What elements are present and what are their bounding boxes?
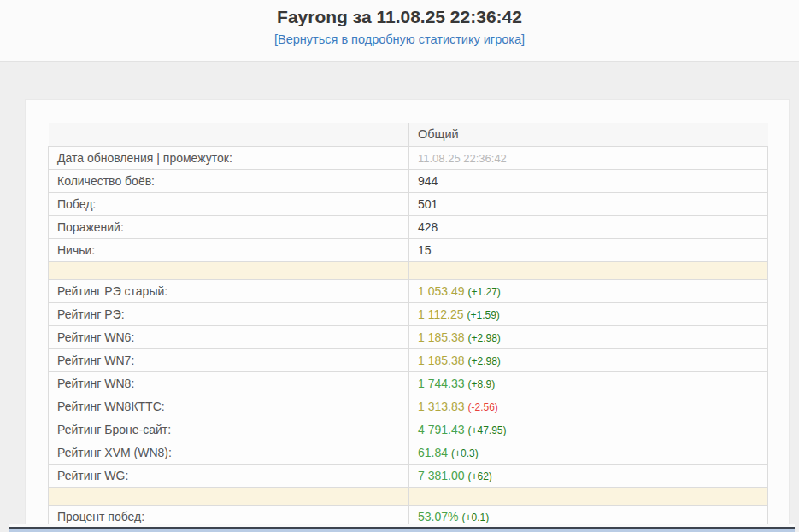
header-empty-cell bbox=[49, 123, 409, 146]
row-value: 1 185.38 bbox=[418, 330, 465, 344]
row-value: 944 bbox=[418, 174, 438, 188]
table-row: Ничьи:15 bbox=[49, 238, 768, 261]
row-label: Рейтинг WN6: bbox=[49, 325, 409, 348]
table-row: Рейтинг Броне-сайт:4 791.43(+47.95) bbox=[49, 418, 768, 441]
table-row: Поражений:428 bbox=[49, 215, 768, 238]
stats-card: Общий Дата обновления | промежуток:11.08… bbox=[25, 99, 790, 532]
stats-table: Общий Дата обновления | промежуток:11.08… bbox=[48, 123, 768, 529]
row-label: Ничьи: bbox=[49, 238, 409, 261]
row-label: Рейтинг WN8: bbox=[49, 371, 409, 395]
next-section-edge bbox=[9, 524, 795, 532]
table-row: Рейтинг WG:7 381.00(+62) bbox=[49, 464, 768, 487]
row-value: 1 112.25 bbox=[418, 307, 463, 321]
row-delta: (+1.27) bbox=[468, 286, 501, 298]
row-label: Поражений: bbox=[49, 215, 409, 238]
row-value-cell: 428 bbox=[409, 215, 768, 238]
table-row: Рейтинг РЭ:1 112.25(+1.59) bbox=[49, 302, 768, 325]
table-row: Рейтинг WN6:1 185.38(+2.98) bbox=[49, 325, 768, 348]
row-value-cell: 61.84(+0.3) bbox=[409, 441, 768, 464]
page-title: Fayrong за 11.08.25 22:36:42 bbox=[0, 6, 799, 28]
row-label: Дата обновления | промежуток: bbox=[49, 146, 409, 169]
row-value-cell: 4 791.43(+47.95) bbox=[409, 418, 768, 441]
table-row: Дата обновления | промежуток:11.08.25 22… bbox=[49, 146, 768, 169]
table-row: Количество боёв:944 bbox=[49, 169, 768, 192]
table-row: Рейтинг WN7:1 185.38(+2.98) bbox=[49, 348, 768, 371]
row-label: Рейтинг WG: bbox=[49, 464, 409, 487]
row-value: 1 053.49 bbox=[418, 284, 465, 298]
table-header-row: Общий bbox=[49, 123, 768, 146]
separator-row bbox=[49, 487, 768, 505]
row-value-cell: 1 313.83(-2.56) bbox=[409, 395, 768, 418]
row-value-cell: 1 053.49(+1.27) bbox=[409, 279, 768, 302]
row-value-cell: 944 bbox=[409, 169, 768, 192]
row-label: Рейтинг WN8КТТС: bbox=[49, 395, 409, 418]
column-header-overall: Общий bbox=[409, 123, 768, 146]
table-row: Рейтинг РЭ старый:1 053.49(+1.27) bbox=[49, 279, 768, 302]
separator-value-cell bbox=[409, 487, 768, 505]
row-delta: (+2.98) bbox=[468, 332, 501, 344]
row-value-cell: 1 185.38(+2.98) bbox=[409, 348, 768, 371]
row-delta: (+0.3) bbox=[451, 447, 479, 459]
row-label: Рейтинг Броне-сайт: bbox=[49, 418, 409, 441]
row-value: 61.84 bbox=[418, 446, 448, 459]
row-delta: (+47.95) bbox=[468, 424, 507, 436]
row-value: 1 313.83 bbox=[418, 400, 465, 413]
row-label: Рейтинг РЭ: bbox=[49, 302, 409, 325]
row-value-cell: 7 381.00(+62) bbox=[409, 464, 768, 487]
row-delta: (-2.56) bbox=[468, 401, 498, 413]
row-label: Количество боёв: bbox=[49, 169, 409, 192]
row-value: 1 185.38 bbox=[418, 354, 465, 367]
separator-value-cell bbox=[409, 261, 768, 279]
separator-row bbox=[49, 261, 768, 279]
separator-label-cell bbox=[49, 487, 409, 505]
table-row: Рейтинг XVM (WN8):61.84(+0.3) bbox=[49, 441, 768, 464]
table-row: Рейтинг WN8КТТС:1 313.83(-2.56) bbox=[49, 395, 768, 418]
row-value: 1 744.33 bbox=[418, 377, 465, 390]
row-value-cell: 1 744.33(+8.9) bbox=[409, 371, 768, 395]
row-label: Рейтинг XVM (WN8): bbox=[49, 441, 409, 464]
back-to-stats-link[interactable]: [Вернуться в подробную статистику игрока… bbox=[274, 32, 525, 46]
separator-label-cell bbox=[49, 261, 409, 279]
row-delta: (+0.1) bbox=[461, 512, 489, 523]
row-value: 4 791.43 bbox=[418, 423, 465, 436]
row-value: 7 381.00 bbox=[418, 469, 465, 482]
row-value-cell: 15 bbox=[409, 238, 768, 261]
row-value: 428 bbox=[418, 220, 438, 234]
table-row: Рейтинг WN8:1 744.33(+8.9) bbox=[49, 371, 768, 395]
row-delta: (+2.98) bbox=[468, 355, 501, 367]
row-label: Рейтинг РЭ старый: bbox=[49, 279, 409, 302]
row-value-cell: 11.08.25 22:36:42 bbox=[409, 146, 768, 169]
row-label: Рейтинг WN7: bbox=[49, 348, 409, 371]
row-value: 11.08.25 22:36:42 bbox=[418, 152, 507, 165]
table-row: Побед:501 bbox=[49, 192, 768, 215]
row-value-cell: 1 185.38(+2.98) bbox=[409, 325, 768, 348]
row-value: 53.07% bbox=[418, 510, 458, 523]
row-delta: (+8.9) bbox=[468, 378, 496, 390]
row-value: 15 bbox=[418, 243, 432, 257]
page-header: Fayrong за 11.08.25 22:36:42 [Вернуться … bbox=[0, 0, 799, 62]
row-label: Побед: bbox=[49, 192, 409, 215]
row-delta: (+62) bbox=[468, 471, 492, 482]
row-delta: (+1.59) bbox=[467, 309, 499, 321]
row-value: 501 bbox=[418, 197, 438, 211]
row-value-cell: 1 112.25(+1.59) bbox=[409, 302, 768, 325]
row-value-cell: 501 bbox=[409, 192, 768, 215]
